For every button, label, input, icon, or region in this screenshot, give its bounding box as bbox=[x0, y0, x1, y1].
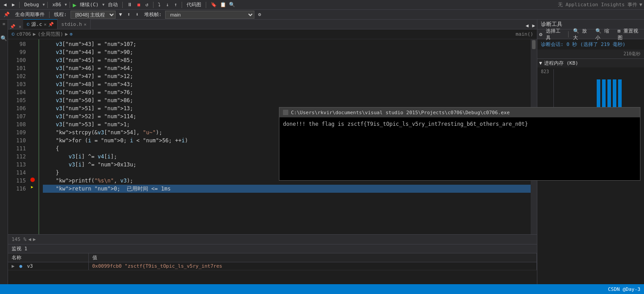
top-toolbar: ◀ ▶ Debug ▼ x86 ▼ ▶ 继续(C) ▼ 自动 ⏸ ■ ↺ ⤵ ↓… bbox=[0, 0, 644, 10]
separator-5 bbox=[153, 2, 154, 8]
diag-time-bar: 210毫秒 bbox=[537, 50, 644, 58]
diag-time-label: 210毫秒 bbox=[623, 51, 640, 57]
stdio-tab-label: stdio.h bbox=[61, 21, 82, 27]
watch-expand-icon[interactable]: ▶ bbox=[12, 263, 15, 269]
source-tab-pin[interactable]: 📌 bbox=[48, 22, 54, 27]
separator-2 bbox=[47, 2, 48, 8]
filter-icon[interactable]: ▼ bbox=[117, 11, 124, 18]
breakpoint-indicator[interactable] bbox=[30, 178, 35, 182]
stack-selector[interactable]: main bbox=[165, 11, 254, 19]
function-label[interactable]: main() bbox=[515, 31, 533, 37]
console-titlebar: C:\Users\rkvir\documents\visual studio 2… bbox=[279, 108, 640, 117]
auto-dropdown[interactable]: 自动 bbox=[106, 1, 120, 8]
code-line: v3["num">49] = "num">76; bbox=[43, 88, 531, 96]
panel-pin-btn[interactable]: 📌 bbox=[8, 24, 17, 29]
scroll-left-btn[interactable]: ◀ bbox=[524, 22, 531, 29]
status-bar: CSDN @Day-3 bbox=[0, 284, 644, 294]
code-view-btn[interactable]: 代码图 bbox=[185, 1, 203, 8]
separator-1 bbox=[19, 2, 20, 8]
source-tab-icon: © bbox=[27, 22, 29, 27]
step-out-icon[interactable]: ↑ bbox=[172, 1, 179, 8]
memory-section-header: ▼ 进程内存 (KB) bbox=[537, 58, 644, 67]
pin-btn[interactable]: 📌 bbox=[2, 11, 12, 18]
code-line: v3["num">48] = "num">43; bbox=[43, 80, 531, 88]
scope-label[interactable]: (全局范围) bbox=[37, 31, 63, 37]
stdio-tab[interactable]: stdio.h ✕ bbox=[58, 19, 90, 29]
panel-close-btn[interactable]: ✕ bbox=[17, 24, 23, 29]
breadcrumb-arrow: ▶ bbox=[33, 31, 36, 37]
search-icon[interactable]: 🔍 bbox=[0, 35, 7, 41]
active-file-label[interactable]: c0706 bbox=[17, 31, 31, 37]
play-icon: ▶ bbox=[73, 1, 76, 8]
back-btn[interactable]: ◀ bbox=[2, 1, 8, 8]
console-window: C:\Users\rkvir\documents\visual studio 2… bbox=[279, 107, 640, 181]
restart-icon[interactable]: ↺ bbox=[144, 1, 150, 8]
watch-header: 监视 1 bbox=[8, 244, 537, 253]
watch-var-icon: ● bbox=[19, 263, 22, 269]
app-insights-arrow: ▼ bbox=[639, 2, 642, 8]
step-over-icon[interactable]: ⤵ bbox=[156, 1, 162, 8]
source-tab-label: 源.c bbox=[31, 21, 42, 28]
watch-var-value: 0x0099fcb0 "zsctf{T9is_tOpic_ls_v5ry_int… bbox=[92, 263, 222, 269]
console-app-icon bbox=[283, 110, 288, 115]
watch-var-name[interactable]: v3 bbox=[27, 263, 33, 269]
diag-session: 诊断会话: 0 秒 (选择了 219 毫秒) bbox=[537, 39, 644, 50]
status-label: CSDN @Day-3 bbox=[608, 286, 640, 292]
stop-icon[interactable]: ■ bbox=[136, 2, 142, 8]
separator-7 bbox=[206, 2, 206, 8]
zoom-level: 145 % bbox=[12, 236, 26, 242]
scroll-right-btn[interactable]: ▶ bbox=[530, 22, 537, 29]
code-line: v3["num">47] = "num">12; bbox=[43, 72, 531, 80]
step-into-icon[interactable]: ↓ bbox=[164, 1, 171, 8]
console-output: done!!! the flag is zsctf{T9is_tOpic_ls_… bbox=[283, 121, 528, 127]
continue-arrow: ▼ bbox=[102, 3, 104, 7]
pause-icon[interactable]: ⏸ bbox=[125, 1, 134, 8]
solution-explorer-icon[interactable]: ≡ bbox=[2, 21, 5, 26]
debug-dropdown[interactable]: Debug bbox=[22, 1, 41, 8]
separator-6 bbox=[182, 2, 182, 8]
source-c-tab[interactable]: © 源.c ✕ 📌 bbox=[23, 19, 58, 29]
code-line: v3["num">50] = "num">86; bbox=[43, 96, 531, 104]
diag-session-text: 诊断会话: 0 秒 (选择了 219 毫秒) bbox=[541, 41, 625, 47]
forward-btn[interactable]: ▶ bbox=[10, 1, 17, 8]
stdio-tab-close[interactable]: ✕ bbox=[84, 22, 87, 27]
file-icon: © bbox=[12, 31, 15, 37]
continue-btn[interactable]: 继续(C) bbox=[78, 1, 100, 8]
app-insights-area: 无 Application Insights 事件 ▼ bbox=[558, 1, 642, 8]
zoom-arrows[interactable]: ◀ bbox=[28, 236, 31, 242]
code-line: v3["num">46] = "num">64; bbox=[43, 64, 531, 72]
breadcrumb-arrow2: ▶ bbox=[65, 31, 68, 37]
code-line: v3["num">43] = "num">107; bbox=[43, 40, 531, 48]
debug-arrow: ▼ bbox=[42, 3, 45, 7]
separator-3 bbox=[70, 2, 70, 8]
source-tab-close[interactable]: ✕ bbox=[44, 22, 46, 27]
watch-panel: 监视 1 名称 值 ▶ ● v3 0x0099fcb0 "zsctf{T9is_… bbox=[8, 244, 537, 284]
watch-title: 监视 1 bbox=[12, 245, 27, 252]
lifecycle-btn[interactable]: 生命周期事件 bbox=[13, 11, 46, 18]
toolbar-nav1[interactable]: ⬆ bbox=[125, 11, 132, 18]
code-line: v3["num">44] = "num">90; bbox=[43, 48, 531, 56]
thread-selector[interactable]: [8048] 主线程 bbox=[71, 11, 116, 19]
second-toolbar: 📌 生命周期事件 线程: [8048] 主线程 ▼ ⬆ ⬇ 堆栈帧: main … bbox=[0, 10, 644, 20]
zoom-bar: 145 % ◀ ▶ bbox=[8, 234, 537, 244]
watch-row: ▶ ● v3 0x0099fcb0 "zsctf{T9is_tOpic_ls_v… bbox=[8, 262, 537, 270]
current-line-indicator: ➤ bbox=[30, 184, 33, 190]
memory-section-label: 进程内存 (KB) bbox=[544, 60, 578, 66]
x86-arrow: ▼ bbox=[65, 3, 67, 7]
sep-s1 bbox=[49, 12, 50, 18]
zoom-arrows2[interactable]: ▶ bbox=[33, 236, 36, 242]
stack-label: 堆栈帧: bbox=[142, 11, 164, 18]
diag-settings-icon[interactable]: ⚙ bbox=[539, 31, 542, 37]
function-icon: ⊕ bbox=[70, 31, 73, 37]
line-numbers: 9899100101102103104105106107108109110111… bbox=[8, 39, 29, 234]
toolbar-icons: 🔖 📋 🔍 bbox=[209, 1, 237, 8]
watch-value-cell: 0x0099fcb0 "zsctf{T9is_tOpic_ls_v5ry_int… bbox=[88, 262, 537, 270]
app-insights-label: 无 Application Insights 事件 bbox=[558, 1, 638, 8]
toolbar-nav2[interactable]: ⬇ bbox=[134, 11, 141, 18]
console-content: done!!! the flag is zsctf{T9is_tOpic_ls_… bbox=[279, 117, 640, 131]
memory-expand-icon[interactable]: ▼ bbox=[539, 60, 542, 66]
x86-dropdown[interactable]: x86 bbox=[50, 1, 63, 8]
stack-settings[interactable]: ⚙ bbox=[256, 11, 263, 18]
diag-toolbar: ⚙ 选择工具 🔍 放大 🔍 缩小 ⊞ 重置视图 bbox=[537, 29, 644, 39]
code-line: "kw">return "num">0; 已用时间 <= 1ms bbox=[43, 185, 531, 193]
